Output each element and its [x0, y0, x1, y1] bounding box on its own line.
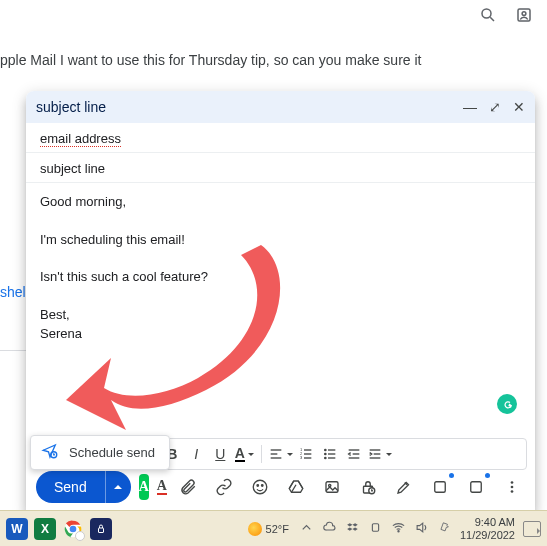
extension-1-icon[interactable]: [427, 474, 453, 500]
notification-center-icon[interactable]: [523, 521, 541, 537]
svg-point-27: [257, 485, 259, 487]
bulleted-list-button[interactable]: [319, 443, 341, 465]
tray-chevron-icon[interactable]: [299, 520, 314, 537]
system-tray: [299, 520, 452, 537]
numbered-list-button[interactable]: 123: [295, 443, 317, 465]
clock-date: 11/29/2022: [460, 529, 515, 542]
extension-2-icon[interactable]: [463, 474, 489, 500]
svg-point-0: [482, 9, 491, 18]
svg-rect-40: [99, 528, 104, 533]
to-field[interactable]: email address: [26, 123, 535, 153]
schedule-send-label: Schedule send: [69, 445, 155, 460]
taskbar-app-chrome[interactable]: [62, 518, 84, 540]
popout-icon[interactable]: ⤢: [489, 99, 501, 115]
svg-point-42: [398, 531, 399, 532]
weather-sun-icon: [248, 522, 262, 536]
clock-time: 9:40 AM: [460, 516, 515, 529]
svg-point-36: [511, 486, 514, 489]
extension-green-button[interactable]: A: [139, 474, 149, 500]
svg-point-37: [511, 490, 514, 493]
tray-bluetooth-icon[interactable]: [368, 520, 383, 537]
taskbar-weather[interactable]: 52°F: [248, 522, 289, 536]
send-options-button[interactable]: [105, 471, 131, 503]
indent-less-button[interactable]: [343, 443, 365, 465]
svg-rect-41: [372, 524, 378, 532]
svg-point-39: [70, 525, 77, 532]
svg-point-16: [325, 457, 326, 458]
weather-temp: 52°F: [266, 523, 289, 535]
compose-action-row: Send A A: [26, 470, 535, 510]
image-icon[interactable]: [319, 474, 345, 500]
svg-point-15: [325, 453, 326, 454]
svg-point-26: [253, 480, 267, 494]
schedule-send-icon: [41, 442, 59, 463]
compose-header[interactable]: subject line — ⤢ ✕: [26, 91, 535, 123]
svg-point-35: [511, 481, 514, 484]
compose-body[interactable]: Good morning, I'm scheduling this email!…: [26, 183, 535, 438]
subject-field[interactable]: subject line: [26, 153, 535, 183]
drive-icon[interactable]: [283, 474, 309, 500]
link-icon[interactable]: [211, 474, 237, 500]
confidential-icon[interactable]: [355, 474, 381, 500]
svg-point-3: [522, 12, 526, 16]
taskbar-clock[interactable]: 9:40 AM 11/29/2022: [460, 516, 515, 541]
indent-more-button[interactable]: [367, 443, 392, 465]
tray-volume-icon[interactable]: [414, 520, 429, 537]
text-color-button[interactable]: A: [233, 443, 255, 465]
grammarly-icon[interactable]: [497, 394, 517, 414]
align-button[interactable]: [268, 443, 293, 465]
underline-button[interactable]: U: [209, 443, 231, 465]
close-icon[interactable]: ✕: [513, 99, 525, 115]
more-options-icon[interactable]: [499, 474, 525, 500]
article-text: pple Mail I want to use this for Thursda…: [0, 52, 422, 68]
account-box-icon[interactable]: [515, 6, 533, 27]
taskbar: W X 52°F 9:40 AM 11/29/2022: [0, 510, 547, 546]
taskbar-app-word[interactable]: W: [6, 518, 28, 540]
svg-rect-29: [326, 482, 338, 493]
tray-battery-icon[interactable]: [437, 520, 452, 537]
attach-icon[interactable]: [175, 474, 201, 500]
format-toggle-button[interactable]: A: [157, 474, 167, 500]
tray-wifi-icon[interactable]: [391, 520, 406, 537]
svg-line-1: [490, 17, 494, 21]
send-button-group: Send: [36, 471, 131, 503]
italic-button[interactable]: I: [185, 443, 207, 465]
divider: [0, 350, 26, 351]
minimize-icon[interactable]: —: [463, 99, 477, 115]
signature-icon[interactable]: [391, 474, 417, 500]
svg-point-14: [325, 449, 326, 450]
schedule-send-menu-item[interactable]: Schedule send: [30, 435, 170, 470]
svg-text:3: 3: [300, 455, 303, 460]
emoji-icon[interactable]: [247, 474, 273, 500]
tray-dropbox-icon[interactable]: [345, 520, 360, 537]
svg-point-28: [261, 485, 263, 487]
taskbar-app-excel[interactable]: X: [34, 518, 56, 540]
compose-title: subject line: [36, 99, 463, 115]
taskbar-app-passwordmanager[interactable]: [90, 518, 112, 540]
svg-rect-33: [435, 482, 446, 493]
search-icon[interactable]: [479, 6, 497, 27]
compose-window: subject line — ⤢ ✕ email address subject…: [26, 91, 535, 510]
svg-rect-34: [471, 482, 482, 493]
tray-onedrive-icon[interactable]: [322, 520, 337, 537]
send-button[interactable]: Send: [36, 471, 105, 503]
